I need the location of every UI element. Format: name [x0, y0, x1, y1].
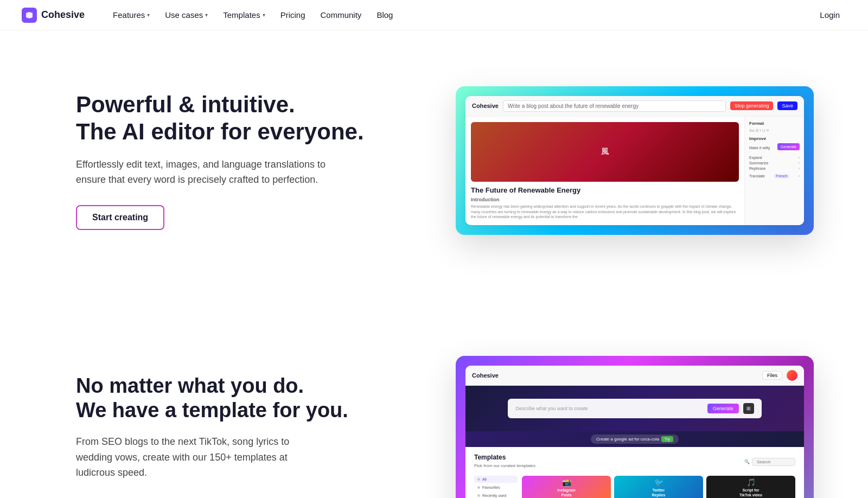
templates-description: From SEO blogs to the next TikTok, song …	[76, 434, 326, 481]
brand-name: Cohesive	[41, 9, 85, 21]
ts-templates-title: Templates	[474, 454, 535, 461]
navbar: Cohesive Features ▾ Use cases ▾ Template…	[0, 0, 868, 30]
brand-logo[interactable]: Cohesive	[22, 8, 85, 23]
templates-title: No matter what you do. We have a templat…	[76, 374, 434, 423]
screenshot-topbar: Cohesive Write a blog post about the fut…	[465, 96, 804, 117]
ts-generate-button: Generate	[707, 404, 739, 413]
screenshot-article-body: Renewable energy has been gaining widesp…	[471, 204, 739, 220]
ts-suggestion-bar: Create a google ad for coca-cola Try	[465, 431, 804, 447]
tiktok-icon: 🎵	[746, 478, 756, 487]
nav-right: Login	[813, 10, 846, 20]
screenshot-window: Cohesive Write a blog post about the fut…	[465, 96, 804, 225]
ts-templates-sub: Pick from our curated templates	[474, 463, 535, 468]
chevron-down-icon: ▾	[263, 12, 265, 18]
search-icon: 🔍	[744, 459, 750, 464]
nav-pricing[interactable]: Pricing	[274, 7, 312, 23]
screenshot-sidebar: Format Aa B I U ≡ Improve Make it witty …	[744, 117, 804, 225]
nav-use-cases[interactable]: Use cases ▾	[158, 7, 214, 23]
instagram-icon: 📸	[562, 478, 571, 487]
hero-title: Powerful & intuitive. The AI editor for …	[76, 91, 434, 146]
ts-search-placeholder: Describe what you want to create	[515, 406, 703, 411]
ts-files-button: Files	[762, 371, 782, 380]
sidebar-generate-button: Generate	[777, 143, 800, 150]
template-card-instagram[interactable]: 📸 InstagramPosts Blog generator Generate…	[522, 476, 611, 498]
screenshot-article-image: 風	[471, 122, 739, 182]
nav-community[interactable]: Community	[314, 7, 368, 23]
hero-screenshot: Cohesive Write a blog post about the fut…	[456, 86, 814, 235]
templates-screenshot: Cohesive Files Describe what you want to…	[456, 356, 814, 498]
screenshot-logo: Cohesive	[472, 103, 499, 109]
templates-section: No matter what you do. We have a templat…	[0, 323, 868, 498]
ts-search-area: 🔍	[744, 458, 795, 466]
hero-text: Powerful & intuitive. The AI editor for …	[76, 91, 434, 230]
nav-features[interactable]: Features ▾	[106, 7, 156, 23]
ts-suggestion-chip: Create a google ad for coca-cola Try	[591, 435, 679, 444]
screenshot-article-title: The Future of Renewable Energy	[471, 186, 739, 194]
start-creating-button[interactable]: Start creating	[76, 205, 164, 230]
improve-label: Improve	[749, 136, 800, 141]
ts-try-button: Try	[661, 436, 673, 442]
ts-sidebar: All Favourites Recently used SEO	[474, 476, 518, 498]
instagram-card-header: 📸 InstagramPosts	[522, 476, 611, 498]
templates-window: Cohesive Files Describe what you want to…	[465, 366, 804, 498]
ts-cards: 📸 InstagramPosts Blog generator Generate…	[522, 476, 795, 498]
nav-links: Features ▾ Use cases ▾ Templates ▾ Prici…	[106, 7, 813, 23]
twitter-card-header: 🐦 TwitterReplies	[614, 476, 703, 498]
screenshot-intro-label: Introduction	[471, 197, 739, 202]
template-card-twitter[interactable]: 🐦 TwitterReplies Write Google Ads that s…	[614, 476, 703, 498]
screenshot-stop-button: Stop generating	[730, 101, 774, 110]
ts-expand-icon: ⊞	[743, 403, 754, 414]
ts-templates-area: Templates Pick from our curated template…	[465, 447, 804, 498]
screenshot-input: Write a blog post about the future of re…	[503, 100, 726, 112]
ts-logo: Cohesive	[472, 372, 499, 379]
ts-topbar: Cohesive Files	[465, 366, 804, 386]
sidebar-item-recently-used[interactable]: Recently used	[474, 492, 518, 498]
nav-blog[interactable]: Blog	[370, 7, 399, 23]
tiktok-card-header: 🎵 Script forTikTok video	[706, 476, 795, 498]
nav-templates[interactable]: Templates ▾	[216, 7, 271, 23]
login-button[interactable]: Login	[813, 7, 846, 23]
twitter-icon: 🐦	[654, 478, 663, 487]
templates-text: No matter what you do. We have a templat…	[76, 374, 434, 498]
hero-section: Powerful & intuitive. The AI editor for …	[0, 30, 868, 280]
screenshot-save-button: Save	[777, 101, 797, 110]
chevron-down-icon: ▾	[147, 12, 150, 18]
chevron-down-icon: ▾	[205, 12, 208, 18]
screenshot-main-content: 風 The Future of Renewable Energy Introdu…	[465, 117, 744, 225]
ts-search-input[interactable]	[752, 458, 795, 466]
ts-avatar	[787, 370, 797, 381]
template-card-tiktok[interactable]: 🎵 Script forTikTok video Write Google Ad…	[706, 476, 795, 498]
sidebar-item-all[interactable]: All	[474, 476, 518, 483]
ts-hero-bar: Describe what you want to create Generat…	[465, 386, 804, 431]
format-label: Format	[749, 121, 800, 126]
ts-search-box: Describe what you want to create Generat…	[508, 399, 761, 418]
hero-description: Effortlessly edit text, images, and lang…	[76, 157, 326, 188]
ts-templates-layout: All Favourites Recently used SEO	[474, 476, 795, 498]
cohesive-logo-icon	[22, 8, 37, 23]
sidebar-item-favourites[interactable]: Favourites	[474, 484, 518, 491]
screenshot-body: 風 The Future of Renewable Energy Introdu…	[465, 117, 804, 225]
